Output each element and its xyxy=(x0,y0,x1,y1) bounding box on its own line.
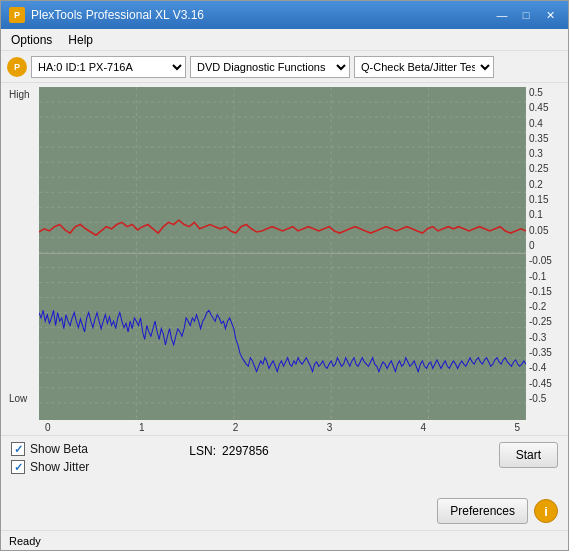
window-title: PlexTools Professional XL V3.16 xyxy=(31,8,204,22)
chart-svg xyxy=(39,87,526,420)
y-axis-left: High Low xyxy=(7,87,39,420)
lsn-label: LSN: xyxy=(189,444,216,458)
title-bar-left: P PlexTools Professional XL V3.16 xyxy=(9,7,204,23)
close-button[interactable]: ✕ xyxy=(540,6,560,24)
chart-inner xyxy=(39,87,526,420)
app-icon: P xyxy=(9,7,25,23)
show-beta-row[interactable]: ✓ Show Beta xyxy=(11,442,89,456)
lsn-area: LSN: 2297856 xyxy=(189,442,268,458)
chart-container: High Low xyxy=(7,87,562,420)
lsn-value: 2297856 xyxy=(222,444,269,458)
x-axis: 0 1 2 3 4 5 xyxy=(7,420,562,433)
menu-help[interactable]: Help xyxy=(62,31,99,49)
minimize-button[interactable]: — xyxy=(492,6,512,24)
show-jitter-row[interactable]: ✓ Show Jitter xyxy=(11,460,89,474)
start-button[interactable]: Start xyxy=(499,442,558,468)
status-bar: Ready xyxy=(1,530,568,550)
bottom-buttons: Preferences i xyxy=(11,498,558,524)
main-window: P PlexTools Professional XL V3.16 — □ ✕ … xyxy=(0,0,569,551)
bottom-panel: ✓ Show Beta ✓ Show Jitter LSN: 2297856 xyxy=(1,435,568,530)
menu-options[interactable]: Options xyxy=(5,31,58,49)
info-icon[interactable]: i xyxy=(534,499,558,523)
show-beta-label: Show Beta xyxy=(30,442,88,456)
toolbar: P HA:0 ID:1 PX-716A DVD Diagnostic Funct… xyxy=(1,51,568,83)
high-label: High xyxy=(9,89,30,100)
title-bar: P PlexTools Professional XL V3.16 — □ ✕ xyxy=(1,1,568,29)
function-select[interactable]: DVD Diagnostic Functions xyxy=(190,56,350,78)
show-jitter-checkbox[interactable]: ✓ xyxy=(11,460,25,474)
bottom-top-row: ✓ Show Beta ✓ Show Jitter LSN: 2297856 xyxy=(11,442,558,474)
preferences-button[interactable]: Preferences xyxy=(437,498,528,524)
status-text: Ready xyxy=(9,535,41,547)
device-select[interactable]: HA:0 ID:1 PX-716A xyxy=(31,56,186,78)
y-axis-right: 0.5 0.45 0.4 0.35 0.3 0.25 0.2 0.15 0.1 … xyxy=(526,87,562,420)
menu-bar: Options Help xyxy=(1,29,568,51)
device-icon: P xyxy=(7,57,27,77)
maximize-button[interactable]: □ xyxy=(516,6,536,24)
low-label: Low xyxy=(9,393,27,404)
checkboxes: ✓ Show Beta ✓ Show Jitter xyxy=(11,442,89,474)
chart-area: High Low xyxy=(1,83,568,435)
test-select[interactable]: Q-Check Beta/Jitter Test xyxy=(354,56,494,78)
show-jitter-label: Show Jitter xyxy=(30,460,89,474)
title-controls: — □ ✕ xyxy=(492,6,560,24)
show-beta-checkbox[interactable]: ✓ xyxy=(11,442,25,456)
